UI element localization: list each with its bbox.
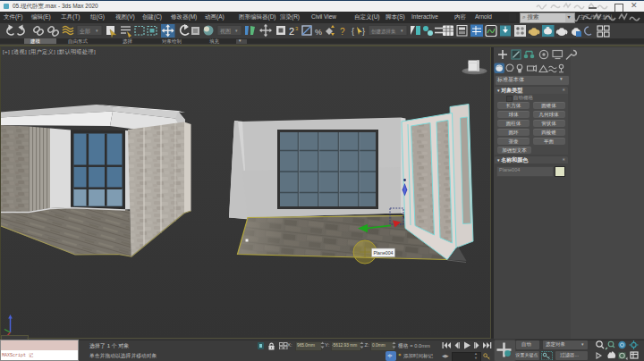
svg-text:3: 3 xyxy=(295,26,299,31)
svg-text:全部: 全部 xyxy=(79,27,90,34)
svg-text:Plane004: Plane004 xyxy=(374,250,394,256)
svg-text:%: % xyxy=(315,27,322,36)
svg-text:{: { xyxy=(352,27,354,36)
svg-text:}: } xyxy=(362,27,365,36)
svg-text:创建选择集: 创建选择集 xyxy=(371,28,396,34)
svg-text:视图: 视图 xyxy=(220,27,231,34)
svg-text:?: ? xyxy=(340,27,345,37)
svg-text:2: 2 xyxy=(289,26,294,37)
